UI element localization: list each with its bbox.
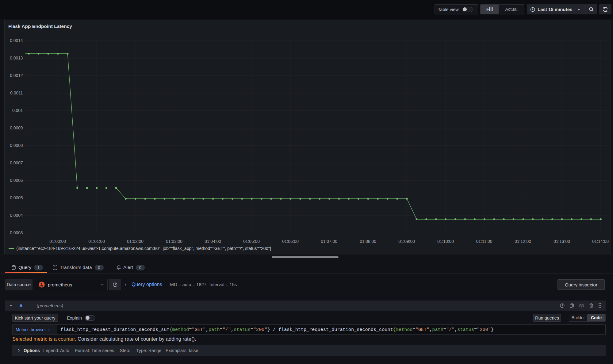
svg-text:01:11:00: 01:11:00 bbox=[476, 239, 492, 244]
svg-text:0.0011: 0.0011 bbox=[10, 91, 23, 95]
svg-text:01:13:00: 01:13:00 bbox=[554, 239, 570, 244]
svg-text:0.0008: 0.0008 bbox=[10, 143, 23, 148]
svg-text:0.0013: 0.0013 bbox=[10, 56, 23, 60]
svg-text:0.0012: 0.0012 bbox=[10, 73, 23, 78]
svg-text:0.0014: 0.0014 bbox=[10, 38, 23, 43]
svg-text:01:14:00: 01:14:00 bbox=[592, 239, 609, 244]
svg-text:01:04:00: 01:04:00 bbox=[205, 239, 221, 244]
svg-text:01:03:00: 01:03:00 bbox=[166, 239, 182, 244]
svg-text:0.0003: 0.0003 bbox=[10, 231, 23, 235]
svg-text:0.001: 0.001 bbox=[12, 108, 23, 113]
svg-text:0.0006: 0.0006 bbox=[10, 178, 23, 183]
svg-text:0.0005: 0.0005 bbox=[10, 196, 23, 200]
svg-text:0.0009: 0.0009 bbox=[10, 126, 23, 130]
svg-text:01:06:00: 01:06:00 bbox=[282, 239, 299, 244]
svg-text:0.0007: 0.0007 bbox=[10, 161, 23, 165]
svg-text:01:05:00: 01:05:00 bbox=[243, 239, 260, 244]
svg-text:01:12:00: 01:12:00 bbox=[515, 239, 531, 244]
svg-text:01:08:00: 01:08:00 bbox=[360, 239, 376, 244]
svg-text:0.0004: 0.0004 bbox=[10, 213, 23, 218]
svg-text:01:02:00: 01:02:00 bbox=[127, 239, 144, 244]
svg-text:01:01:00: 01:01:00 bbox=[88, 239, 105, 244]
svg-text:01:10:00: 01:10:00 bbox=[437, 239, 454, 244]
svg-text:01:07:00: 01:07:00 bbox=[321, 239, 337, 244]
svg-text:01:09:00: 01:09:00 bbox=[398, 239, 415, 244]
svg-text:01:00:00: 01:00:00 bbox=[49, 239, 66, 244]
